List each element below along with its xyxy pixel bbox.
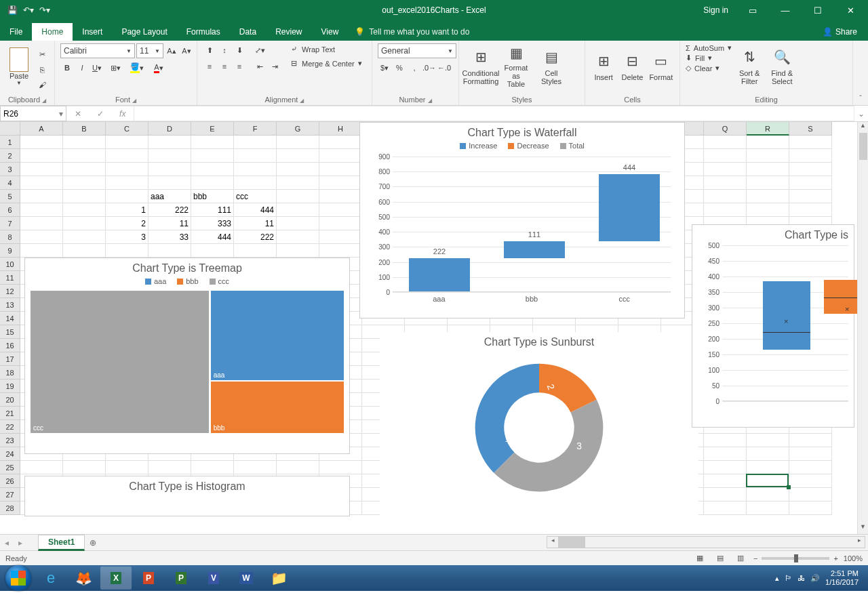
page-layout-view-icon[interactable]: ▤ (713, 552, 728, 565)
firefox-button[interactable]: 🦊 (68, 567, 99, 590)
format-painter-icon[interactable]: 🖌 (35, 78, 49, 91)
format-as-table-button[interactable]: ▦Format as Table (500, 43, 532, 88)
vertical-scrollbar[interactable]: ▲ ▼ (857, 122, 868, 534)
tray-volume-icon[interactable]: 🔊 (810, 574, 820, 583)
decrease-decimal-icon[interactable]: ←.0 (437, 61, 451, 75)
share-button[interactable]: 👤 Share (812, 23, 868, 41)
comma-format-icon[interactable]: , (408, 61, 421, 75)
zoom-out-icon[interactable]: − (753, 554, 757, 562)
tab-formulas[interactable]: Formulas (177, 23, 230, 41)
align-center-icon[interactable]: ≡ (218, 60, 231, 73)
align-bottom-icon[interactable]: ⬇ (233, 43, 246, 57)
underline-button[interactable]: U▾ (90, 61, 104, 75)
new-sheet-button[interactable]: ⊕ (85, 538, 101, 548)
minimize-icon[interactable]: — (770, 0, 800, 20)
insert-cells-button[interactable]: ⊞Insert (591, 43, 616, 88)
name-box[interactable]: R26▾ (0, 106, 66, 121)
ribbon-display-icon[interactable]: ▭ (738, 0, 768, 20)
zoom-level[interactable]: 100% (844, 554, 863, 562)
conditional-formatting-button[interactable]: ⊞Conditional Formatting (465, 43, 497, 88)
visio-taskbar-button[interactable]: V (198, 567, 229, 590)
word-taskbar-button[interactable]: W (231, 567, 262, 590)
align-left-icon[interactable]: ≡ (203, 60, 216, 73)
tab-page-layout[interactable]: Page Layout (112, 23, 176, 41)
excel-taskbar-button[interactable]: X (100, 567, 132, 590)
accounting-format-icon[interactable]: $▾ (378, 61, 391, 75)
expand-formula-bar-icon[interactable]: ⌄ (854, 106, 868, 121)
bold-button[interactable]: B (60, 61, 74, 75)
sunburst-chart[interactable]: Chart Type is Sunburst 1 2 3 (380, 332, 698, 522)
maximize-icon[interactable]: ☐ (803, 0, 833, 20)
cell-styles-button[interactable]: ▤Cell Styles (535, 43, 568, 88)
merge-center-button[interactable]: ⊟ Merge & Center ▾ (288, 58, 365, 69)
histogram-chart[interactable]: Chart Type is Histogram (24, 476, 350, 516)
start-button[interactable] (3, 567, 34, 590)
grow-font-icon[interactable]: A▴ (165, 44, 178, 58)
copy-icon[interactable]: ⎘ (35, 63, 49, 77)
dialog-launcher-icon[interactable]: ◢ (300, 98, 304, 104)
waterfall-chart[interactable]: Chart Type is Waterfall Increase Decreas… (359, 122, 685, 319)
sign-in-link[interactable]: Sign in (696, 0, 735, 20)
tab-home[interactable]: Home (32, 23, 73, 41)
row-headers[interactable]: 1234567891011121314151617181920212223242… (0, 136, 20, 515)
tab-view[interactable]: View (312, 23, 349, 41)
page-break-view-icon[interactable]: ▥ (733, 552, 748, 565)
box-whisker-chart[interactable]: Chart Type is 05010015020025030035040045… (692, 224, 854, 428)
sheet-nav-prev-icon[interactable]: ◂ (0, 538, 14, 548)
sheet-nav-next-icon[interactable]: ▸ (14, 538, 27, 548)
save-icon[interactable]: 💾 (5, 3, 19, 17)
font-name-combo[interactable]: Calibri▼ (60, 43, 135, 58)
collapse-ribbon-icon[interactable]: ˆ (853, 41, 868, 105)
fx-icon[interactable]: fx (119, 109, 125, 119)
fill-color-button[interactable]: 🪣▾ (127, 61, 147, 75)
wrap-text-button[interactable]: ⤶ Wrap Text (288, 43, 365, 55)
orientation-icon[interactable]: ⤢▾ (253, 43, 267, 57)
sort-filter-button[interactable]: ⇅Sort & Filter (734, 43, 764, 88)
formula-input[interactable] (134, 106, 854, 121)
horizontal-scrollbar[interactable]: ◂ ▸ (547, 536, 865, 548)
tab-data[interactable]: Data (230, 23, 266, 41)
treemap-chart[interactable]: Chart Type is Treemap aaa bbb ccc ccc aa… (24, 258, 350, 454)
shrink-font-icon[interactable]: A▾ (180, 44, 193, 58)
tab-file[interactable]: File (0, 23, 32, 41)
align-right-icon[interactable]: ≡ (233, 60, 246, 73)
active-cell[interactable] (746, 474, 789, 487)
dialog-launcher-icon[interactable]: ◢ (132, 98, 136, 104)
number-format-combo[interactable]: General▼ (378, 43, 456, 58)
tray-network-icon[interactable]: 🖧 (797, 574, 805, 582)
format-cells-button[interactable]: ▭Format (648, 43, 674, 88)
zoom-slider[interactable]: − + (753, 554, 838, 562)
delete-cells-button[interactable]: ⊟Delete (619, 43, 645, 88)
sheet-tab[interactable]: Sheet1 (38, 535, 85, 551)
border-button[interactable]: ⊞▾ (105, 61, 125, 75)
dialog-launcher-icon[interactable]: ◢ (428, 98, 432, 104)
undo-icon[interactable]: ↶▾ (22, 3, 35, 17)
tray-chevron-icon[interactable]: ▴ (775, 574, 779, 583)
tab-review[interactable]: Review (266, 23, 311, 41)
font-size-combo[interactable]: 11▼ (136, 43, 163, 58)
percent-format-icon[interactable]: % (393, 61, 406, 75)
increase-decimal-icon[interactable]: .0→ (422, 61, 436, 75)
find-select-button[interactable]: 🔍Find & Select (767, 43, 797, 88)
paste-button[interactable]: Paste ▼ (5, 47, 33, 92)
tell-me-search[interactable]: 💡 Tell me what you want to do (348, 23, 476, 41)
cut-icon[interactable]: ✂ (35, 48, 49, 62)
zoom-in-icon[interactable]: + (833, 554, 837, 562)
autosum-button[interactable]: Σ AutoSum ▾ (686, 43, 732, 52)
dialog-launcher-icon[interactable]: ◢ (42, 98, 46, 104)
ie-button[interactable]: e (35, 567, 66, 590)
redo-icon[interactable]: ↷▾ (38, 3, 52, 17)
explorer-taskbar-button[interactable]: 📁 (263, 567, 294, 590)
tab-insert[interactable]: Insert (73, 23, 112, 41)
tray-flag-icon[interactable]: 🏳 (785, 574, 792, 582)
taskbar-clock[interactable]: 2:51 PM 1/16/2017 (825, 569, 859, 587)
decrease-indent-icon[interactable]: ⇤ (253, 60, 267, 73)
align-top-icon[interactable]: ⬆ (203, 43, 216, 57)
fill-button[interactable]: ⬇ Fill ▾ (686, 54, 732, 62)
select-all-button[interactable] (0, 122, 20, 136)
italic-button[interactable]: I (75, 61, 89, 75)
enter-formula-icon[interactable]: ✓ (97, 109, 104, 119)
project-taskbar-button[interactable]: P (165, 567, 197, 590)
close-icon[interactable]: ✕ (835, 0, 865, 20)
align-middle-icon[interactable]: ↕ (218, 43, 231, 57)
